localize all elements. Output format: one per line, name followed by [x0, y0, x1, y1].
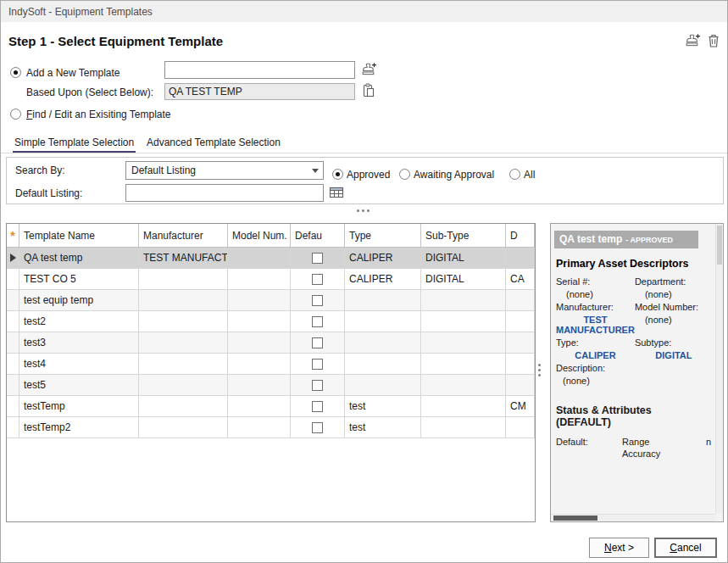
- cell-model: [228, 248, 291, 269]
- template-row[interactable]: testTemp test CM: [7, 396, 535, 417]
- description-value: (none): [556, 376, 713, 386]
- cell-type: CALIPER: [345, 269, 421, 290]
- based-upon-label: Based Upon (Select Below):: [26, 86, 153, 99]
- row-indicator: [7, 248, 19, 269]
- search-panel: Search By: Default Listing Approved Awai…: [6, 157, 724, 204]
- default-checkbox[interactable]: [312, 274, 323, 285]
- tabs-divider: [1, 153, 727, 153]
- find-edit-template-radio[interactable]: [10, 109, 21, 120]
- column-header-template-name[interactable]: Template Name: [19, 224, 139, 248]
- cell-template-name: testTemp2: [19, 417, 139, 438]
- department-value: (none): [635, 289, 713, 299]
- cell-d: [506, 332, 535, 354]
- next-button[interactable]: Next >: [589, 538, 649, 558]
- default-checkbox[interactable]: [312, 316, 323, 327]
- default-checkbox[interactable]: [312, 359, 323, 370]
- cell-type: [345, 354, 421, 375]
- column-header-default[interactable]: Defau: [291, 224, 345, 248]
- primary-descriptors-heading: Primary Asset Descriptors: [556, 258, 713, 270]
- tab-advanced-template-selection[interactable]: Advanced Template Selection: [145, 135, 282, 153]
- cell-d: [506, 354, 535, 375]
- cancel-button[interactable]: Cancel: [654, 538, 717, 558]
- default-checkbox[interactable]: [312, 253, 323, 264]
- column-header-d[interactable]: D: [506, 224, 535, 248]
- template-row[interactable]: test equip temp: [7, 290, 535, 311]
- cell-default: [291, 311, 345, 332]
- cell-subtype: [421, 417, 506, 438]
- row-indicator: [7, 396, 19, 417]
- listing-table-icon: [329, 190, 344, 202]
- cell-type: [345, 332, 421, 354]
- preview-template-name: QA test temp: [559, 233, 622, 245]
- cell-subtype: DIGITAL: [421, 248, 506, 269]
- new-template-stamp-button[interactable]: [684, 33, 701, 51]
- stamp-add-icon: [360, 68, 377, 80]
- row-indicator: [7, 417, 19, 438]
- horizontal-splitter-handle[interactable]: [357, 209, 370, 212]
- search-by-dropdown[interactable]: Default Listing: [125, 161, 324, 180]
- default-checkbox[interactable]: [312, 337, 323, 348]
- delete-template-button[interactable]: [707, 33, 720, 51]
- paste-template-button[interactable]: [362, 83, 375, 101]
- template-row[interactable]: test2: [7, 311, 535, 332]
- listing-picker-button[interactable]: [329, 186, 344, 202]
- horizontal-scroll-thumb[interactable]: [553, 516, 597, 521]
- cell-model: [228, 375, 291, 396]
- default-listing-input[interactable]: [125, 184, 324, 202]
- column-header-sub-type[interactable]: Sub-Type: [421, 224, 506, 248]
- cell-manufacturer: [139, 417, 228, 438]
- vertical-scroll-thumb[interactable]: [717, 226, 722, 265]
- cell-default: [291, 354, 345, 375]
- template-row[interactable]: TEST CO 5 CALIPER DIGITAL CA: [7, 269, 535, 290]
- default-listing-label: Default Listing:: [15, 184, 82, 203]
- search-by-label: Search By:: [15, 161, 65, 180]
- default-checkbox[interactable]: [312, 380, 323, 391]
- cell-default: [291, 332, 345, 354]
- current-row-arrow-icon: [10, 254, 16, 262]
- cell-template-name: test4: [19, 354, 139, 375]
- trash-icon: [707, 39, 720, 51]
- cell-d: [506, 311, 535, 332]
- default-checkbox[interactable]: [312, 401, 323, 412]
- template-row[interactable]: test4: [7, 354, 535, 375]
- status-attributes-heading: Status & Attributes (DEFAULT): [556, 404, 683, 428]
- cell-type: [345, 311, 421, 332]
- template-row[interactable]: QA test temp TEST MANUFACTURER CALIPER D…: [7, 248, 535, 269]
- vertical-splitter-handle[interactable]: [538, 364, 541, 376]
- cell-manufacturer: [139, 375, 228, 396]
- all-radio[interactable]: [509, 169, 520, 180]
- row-indicator: [7, 332, 19, 354]
- serial-label: Serial #:: [556, 276, 635, 287]
- preview-horizontal-scrollbar[interactable]: [551, 514, 715, 521]
- preview-header: QA test temp - APPROVED: [554, 231, 698, 248]
- cell-subtype: [421, 311, 506, 332]
- add-new-template-radio[interactable]: [10, 67, 21, 78]
- preview-vertical-scrollbar[interactable]: [715, 224, 723, 514]
- column-header-type[interactable]: Type: [345, 224, 421, 248]
- tab-simple-template-selection[interactable]: Simple Template Selection: [13, 135, 136, 153]
- serial-value: (none): [556, 289, 635, 299]
- model-number-value: (none): [635, 315, 713, 335]
- add-new-template-label: Add a New Template: [26, 66, 120, 80]
- all-label: All: [524, 165, 535, 184]
- new-template-name-input[interactable]: [164, 61, 355, 79]
- titlebar[interactable]: IndySoft - Equipment Templates: [1, 1, 727, 22]
- column-header-model-num[interactable]: Model Num.: [228, 224, 291, 248]
- column-header-manufacturer[interactable]: Manufacturer: [139, 224, 228, 248]
- template-row[interactable]: test3: [7, 332, 535, 354]
- template-row[interactable]: testTemp2 test: [7, 417, 535, 438]
- create-template-button[interactable]: [360, 62, 377, 80]
- accuracy-label: Accuracy: [622, 449, 706, 459]
- default-checkbox[interactable]: [312, 422, 323, 433]
- awaiting-approval-radio[interactable]: [399, 169, 410, 180]
- template-row[interactable]: test5: [7, 375, 535, 396]
- preview-status-badge: - APPROVED: [625, 236, 673, 244]
- status-attributes-fields: Default: Range Accuracy n: [556, 437, 713, 459]
- cell-manufacturer: [139, 354, 228, 375]
- cell-default: [291, 417, 345, 438]
- default-checkbox[interactable]: [312, 295, 323, 306]
- approved-radio[interactable]: [332, 169, 343, 180]
- cell-template-name: TEST CO 5: [19, 269, 139, 290]
- cell-subtype: [421, 375, 506, 396]
- next-button-label: Next >: [604, 542, 634, 554]
